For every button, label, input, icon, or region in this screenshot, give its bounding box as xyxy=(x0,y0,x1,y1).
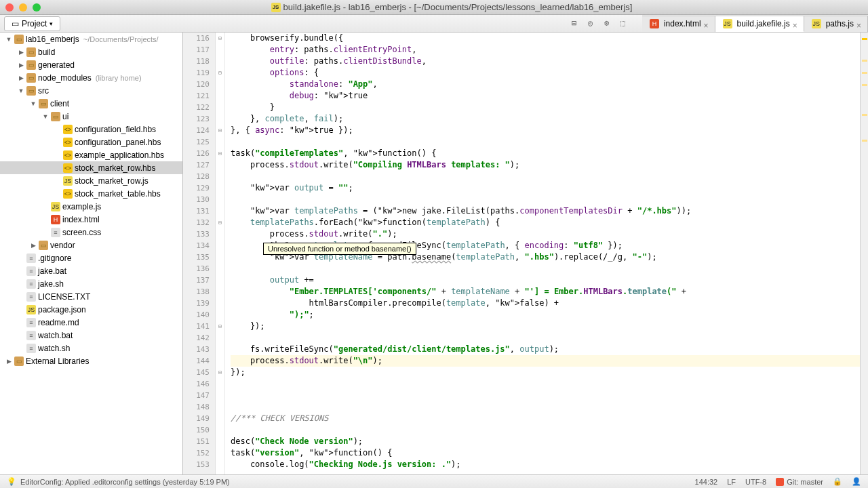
code-line[interactable]: }, { async: "kw">true }); xyxy=(231,125,868,136)
fold-marker[interactable]: ⊟ xyxy=(216,321,224,332)
code-line[interactable] xyxy=(231,136,868,148)
cursor-position[interactable]: 144:32 xyxy=(695,478,718,486)
tree-arrow-icon[interactable]: ▶ xyxy=(18,62,24,68)
tree-item-lab16_emberjs[interactable]: ▼▭lab16_emberjs~/Documents/Projects/ xyxy=(0,33,182,45)
code-line[interactable] xyxy=(231,263,868,274)
target-icon[interactable]: ◎ xyxy=(588,18,599,29)
code-line[interactable]: //*** CHECK VERSIONS xyxy=(231,413,868,424)
encoding[interactable]: UTF-8 xyxy=(745,478,766,486)
project-dropdown[interactable]: ▭ Project ▾ xyxy=(4,16,60,31)
warning-marker[interactable] xyxy=(862,114,867,116)
tree-item-client[interactable]: ▼▭client xyxy=(0,97,182,110)
tree-item-vendor[interactable]: ▶▭vendor xyxy=(0,239,182,251)
close-icon[interactable]: × xyxy=(856,21,862,26)
fold-marker[interactable]: ⊟ xyxy=(216,148,224,159)
tree-item-build[interactable]: ▶▭build xyxy=(0,45,182,58)
git-branch[interactable]: Git: master xyxy=(776,478,823,486)
tree-arrow-icon[interactable]: ▶ xyxy=(5,358,12,365)
tree-item-watch-sh[interactable]: ≡watch.sh xyxy=(0,342,182,354)
code-line[interactable] xyxy=(231,401,868,413)
tree-item-src[interactable]: ▼▭src xyxy=(0,84,182,97)
code-line[interactable]: }); xyxy=(231,367,868,378)
tree-item-index-html[interactable]: Hindex.html xyxy=(0,213,182,226)
tree-item-jake-sh[interactable]: ≡jake.sh xyxy=(0,277,182,290)
code-line[interactable]: outfile: paths.clientDistBundle, xyxy=(231,56,868,67)
line-ending[interactable]: LF xyxy=(727,478,736,486)
tree-item-stock_market_row-hbs[interactable]: <>stock_market_row.hbs xyxy=(0,161,182,174)
code-line[interactable]: browserify.bundle({ xyxy=(231,33,868,44)
tree-item-configuration_field-hbs[interactable]: <>configuration_field.hbs xyxy=(0,123,182,136)
code-line[interactable]: desc("Check Node version"); xyxy=(231,436,868,447)
code-line[interactable]: fs.writeFileSync("generated/dist/client/… xyxy=(231,344,868,355)
code-line[interactable]: debug: "kw">true xyxy=(231,90,868,102)
tab-index-html[interactable]: Hindex.html× xyxy=(642,16,715,32)
code-editor[interactable]: 1161171181191201211221231241251261271281… xyxy=(183,33,868,474)
tree-item-External-Libraries[interactable]: ▶▭External Libraries xyxy=(0,354,182,367)
tab-build-jakefile-js[interactable]: JSbuild.jakefile.js× xyxy=(715,16,804,32)
fold-marker[interactable]: ⊟ xyxy=(216,67,224,79)
tree-item-stock_market_row-js[interactable]: JSstock_market_row.js xyxy=(0,174,182,187)
code-line[interactable]: process.stdout.write("."); xyxy=(231,228,868,240)
tree-arrow-icon[interactable]: ▼ xyxy=(5,36,12,43)
code-line[interactable] xyxy=(231,194,868,205)
maximize-button[interactable] xyxy=(33,3,41,12)
tree-item-example-js[interactable]: JSexample.js xyxy=(0,200,182,213)
code-line[interactable]: entry: paths.clientEntryPoint, xyxy=(231,44,868,56)
close-icon[interactable]: × xyxy=(704,21,709,26)
code-line[interactable] xyxy=(231,424,868,436)
code-line[interactable]: options: { xyxy=(231,67,868,79)
tree-item-configuration_panel-hbs[interactable]: <>configuration_panel.hbs xyxy=(0,136,182,148)
code-line[interactable]: process.stdout.write("Compiling HTMLBars… xyxy=(231,159,868,171)
project-tree[interactable]: ▼▭lab16_emberjs~/Documents/Projects/▶▭bu… xyxy=(0,33,183,474)
lock-icon[interactable]: 🔒 xyxy=(833,477,842,486)
tree-item-stock_market_table-hbs[interactable]: <>stock_market_table.hbs xyxy=(0,187,182,200)
tree-arrow-icon[interactable]: ▼ xyxy=(42,113,49,120)
code-line[interactable]: ");"; xyxy=(231,309,868,321)
tree-arrow-icon[interactable]: ▼ xyxy=(30,100,37,107)
fold-marker[interactable]: ⊟ xyxy=(216,367,224,378)
tree-item-LICENSE-TXT[interactable]: ≡LICENSE.TXT xyxy=(0,290,182,303)
warning-marker[interactable] xyxy=(862,84,867,86)
code-line[interactable]: task("version", "kw">function() { xyxy=(231,447,868,459)
tree-arrow-icon[interactable]: ▼ xyxy=(18,87,24,94)
tree-arrow-icon[interactable]: ▶ xyxy=(18,75,24,81)
fold-marker[interactable]: ⊟ xyxy=(216,217,224,228)
tree-item--gitignore[interactable]: ≡.gitignore xyxy=(0,251,182,264)
warning-marker[interactable] xyxy=(862,38,867,40)
tree-arrow-icon[interactable]: ▶ xyxy=(30,242,37,249)
tree-item-jake-bat[interactable]: ≡jake.bat xyxy=(0,264,182,277)
code-line[interactable]: console.log("Checking Node.js version: .… xyxy=(231,459,868,470)
code-line[interactable]: task("compileTemplates", "kw">function()… xyxy=(231,148,868,159)
code-line[interactable] xyxy=(231,378,868,390)
code-line[interactable] xyxy=(231,390,868,401)
code-line[interactable]: templatePaths.forEach("kw">function(temp… xyxy=(231,217,868,228)
fold-marker[interactable]: ⊟ xyxy=(216,33,224,44)
tree-item-example_application-hbs[interactable]: <>example_application.hbs xyxy=(0,148,182,161)
warning-marker[interactable] xyxy=(862,72,867,74)
code-line[interactable]: htmlBarsCompiler.precompile(template, "k… xyxy=(231,298,868,309)
warning-marker[interactable] xyxy=(862,60,867,62)
tree-arrow-icon[interactable]: ▶ xyxy=(18,49,24,56)
collapse-icon[interactable]: ⊟ xyxy=(572,18,583,29)
code-line[interactable] xyxy=(231,332,868,344)
code-line[interactable]: } xyxy=(231,102,868,113)
error-stripe[interactable] xyxy=(860,33,868,474)
tree-item-node_modules[interactable]: ▶▭node_modules(library home) xyxy=(0,71,182,84)
code-line[interactable]: output += xyxy=(231,274,868,286)
warning-marker[interactable] xyxy=(862,140,867,142)
fold-marker[interactable]: ⊟ xyxy=(216,125,224,136)
close-button[interactable] xyxy=(5,3,14,12)
code-line[interactable]: "kw">var output = ""; xyxy=(231,182,868,194)
close-icon[interactable]: × xyxy=(793,21,798,26)
gear-icon[interactable]: ⚙ xyxy=(604,18,615,29)
code-line[interactable]: process.stdout.write("\n"); xyxy=(231,355,868,367)
code-line[interactable]: standalone: "App", xyxy=(231,79,868,90)
tab-paths-js[interactable]: JSpaths.js× xyxy=(804,16,868,32)
tree-item-readme-md[interactable]: ≡readme.md xyxy=(0,316,182,329)
fold-gutter[interactable]: ⊟⊟⊟⊟⊟⊟⊟ xyxy=(216,33,225,474)
tree-item-ui[interactable]: ▼▭ui xyxy=(0,110,182,123)
tree-item-screen-css[interactable]: ≡screen.css xyxy=(0,226,182,239)
tree-item-generated[interactable]: ▶▭generated xyxy=(0,58,182,71)
hector-icon[interactable]: 👤 xyxy=(852,477,861,486)
code-line[interactable]: "kw">var templatePaths = ("kw">new jake.… xyxy=(231,205,868,217)
